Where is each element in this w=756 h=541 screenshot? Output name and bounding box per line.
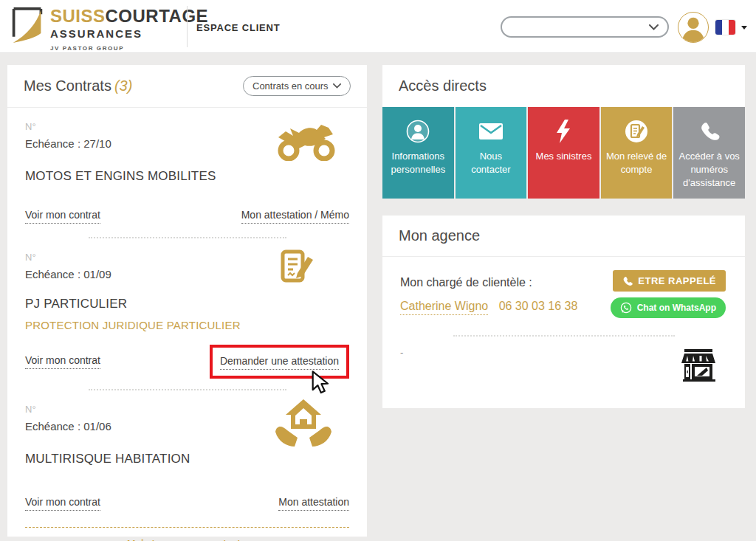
- person-icon: [678, 13, 708, 42]
- contracts-title: Mes Contrats(3): [24, 77, 132, 94]
- contracts-title-text: Mes Contrats: [24, 77, 111, 94]
- agency-title: Mon agence: [399, 227, 480, 244]
- phone-icon: [678, 118, 740, 145]
- contract-card-pj: N° Echéance : 01/09 PJ PARTICULIER PROTE…: [25, 238, 349, 379]
- whatsapp-button[interactable]: Chat on WhatsApp: [611, 297, 726, 318]
- contract-card-habitation: N° Echéance : 01/06 MULTIRISQUE HABITATI…: [25, 390, 349, 511]
- tile-nous-contacter[interactable]: Nous contacter: [456, 107, 527, 199]
- house-hands-icon: [274, 398, 333, 457]
- language-selector[interactable]: [715, 20, 747, 35]
- agency-body: Mon chargé de clientèle : Catherine Wign…: [382, 257, 745, 407]
- chevron-down-icon: [649, 24, 659, 30]
- quick-access-title: Accès directs: [399, 77, 487, 94]
- quick-access-header: Accès directs: [382, 65, 745, 107]
- account-select[interactable]: [501, 16, 669, 38]
- contract-title: PJ PARTICULIER: [25, 297, 349, 311]
- attestation-link[interactable]: Mon attestation: [278, 496, 349, 511]
- chevron-down-icon: [333, 83, 341, 89]
- agency-buttons: ETRE RAPPELÉ Chat on WhatsApp: [611, 270, 726, 318]
- brand-logo: SUISSCOURTAGE ASSURANCES JV PASTOR GROUP: [10, 4, 208, 52]
- see-all-contracts-link[interactable]: Voir tous mes contrats: [128, 537, 247, 541]
- logo-mark-icon: [10, 4, 44, 46]
- brand-name-gold: SUISS: [50, 6, 106, 26]
- phone-icon: [622, 276, 633, 286]
- brand-subtitle: ASSURANCES: [50, 27, 208, 40]
- quick-access-panel: Accès directs Informations personnelles: [382, 65, 745, 199]
- contracts-filter-select[interactable]: Contrats en cours: [243, 76, 351, 96]
- contracts-panel-header: Mes Contrats(3) Contrats en cours: [7, 65, 367, 108]
- french-flag-icon: [715, 20, 735, 35]
- tile-mon-releve-de-compte[interactable]: Mon relevé de compte: [601, 107, 673, 199]
- agency-panel: Mon agence Mon chargé de clientèle : Cat…: [382, 216, 745, 408]
- tile-label: Accéder à vos numéros d'assistance: [678, 150, 740, 190]
- view-contract-link[interactable]: Voir mon contrat: [25, 354, 100, 369]
- contracts-filter-value: Contrats en cours: [252, 80, 329, 92]
- tile-numeros-assistance[interactable]: Accéder à vos numéros d'assistance: [673, 107, 745, 199]
- header-divider: [187, 6, 188, 47]
- user-circle-icon: [387, 118, 450, 145]
- advisor-name-link[interactable]: Catherine Wigno: [400, 300, 488, 315]
- request-attestation-link[interactable]: Demander une attestation: [220, 355, 339, 370]
- whatsapp-icon: [620, 302, 632, 314]
- top-header: SUISSCOURTAGE ASSURANCES JV PASTOR GROUP…: [0, 0, 756, 53]
- contracts-panel: Mes Contrats(3) Contrats en cours N° Ech…: [7, 65, 367, 537]
- brand-group: JV PASTOR GROUP: [50, 45, 208, 52]
- contract-links: Voir mon contrat Demander une attestatio…: [25, 345, 349, 379]
- callback-button[interactable]: ETRE RAPPELÉ: [613, 270, 726, 292]
- view-contract-link[interactable]: Voir mon contrat: [25, 496, 100, 511]
- contract-title: MOTOS ET ENGINS MOBILITES: [25, 169, 349, 184]
- view-contract-link[interactable]: Voir mon contrat: [25, 209, 100, 224]
- tile-label: Mon relevé de compte: [605, 150, 668, 176]
- attestation-memo-link[interactable]: Mon attestation / Mémo: [241, 209, 349, 224]
- tile-label: Mes sinistres: [532, 150, 595, 163]
- tile-informations-personnelles[interactable]: Informations personnelles: [382, 107, 454, 199]
- caret-down-icon: [741, 26, 747, 30]
- espace-client-page: SUISSCOURTAGE ASSURANCES JV PASTOR GROUP…: [0, 0, 756, 541]
- brand-name: SUISSCOURTAGE: [50, 7, 208, 25]
- storefront-icon: [680, 346, 717, 386]
- tile-label: Nous contacter: [460, 150, 523, 176]
- user-avatar[interactable]: [678, 12, 709, 43]
- contract-card-motos: N° Echéance : 27/10 MOTOS ET ENGINS MOBI…: [25, 108, 349, 224]
- whatsapp-button-label: Chat on WhatsApp: [637, 303, 716, 313]
- document-pen-icon: [280, 249, 314, 287]
- envelope-icon: [460, 118, 523, 145]
- logo-text: SUISSCOURTAGE ASSURANCES JV PASTOR GROUP: [50, 4, 208, 52]
- agency-dash: -: [400, 347, 727, 358]
- espace-client-label: ESPACE CLIENT: [196, 22, 280, 33]
- contract-links: Voir mon contrat Mon attestation: [25, 496, 349, 511]
- motorcycle-icon: [277, 121, 336, 164]
- tile-label: Informations personnelles: [387, 150, 450, 176]
- contracts-count: (3): [114, 77, 132, 94]
- statement-icon: [605, 118, 668, 145]
- brand-name-dark: COURTAGE: [106, 6, 209, 26]
- highlight-box: Demander une attestation: [210, 345, 349, 379]
- advisor-phone-link[interactable]: 06 30 03 16 38: [499, 300, 578, 312]
- callback-button-label: ETRE RAPPELÉ: [638, 275, 716, 286]
- contract-links: Voir mon contrat Mon attestation / Mémo: [25, 209, 349, 224]
- contracts-list: N° Echéance : 27/10 MOTOS ET ENGINS MOBI…: [7, 108, 367, 541]
- agency-separator: [453, 335, 675, 337]
- agency-header: Mon agence: [382, 216, 745, 257]
- quick-access-tiles: Informations personnelles Nous contacter: [382, 107, 745, 199]
- lightning-icon: [532, 118, 595, 145]
- contract-subtitle: PROTECTION JURIDIQUE PARTICULIER: [25, 319, 349, 331]
- tile-mes-sinistres[interactable]: Mes sinistres: [528, 107, 599, 199]
- contracts-footer: Voir tous mes contrats: [25, 527, 349, 541]
